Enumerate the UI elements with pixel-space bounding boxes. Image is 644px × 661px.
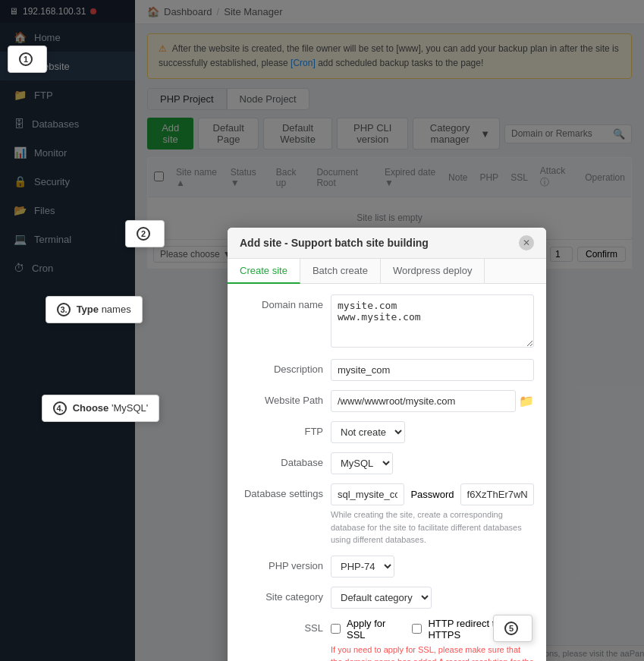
domain-name-input[interactable]: mysite.com www.mysite.com (331, 294, 534, 348)
domain-name-label: Domain name (240, 294, 323, 310)
description-row: Description (240, 359, 534, 381)
website-path-input[interactable] (331, 390, 516, 412)
php-version-control: PHP-54 PHP-56 PHP-70 PHP-71 PHP-72 PHP-7… (331, 556, 534, 578)
tab-batch-create[interactable]: Batch create (300, 259, 381, 283)
ssl-label: SSL (240, 618, 323, 634)
close-button[interactable]: ✕ (519, 235, 534, 250)
db-name-input[interactable] (331, 483, 404, 505)
tab-create-site[interactable]: Create site (228, 259, 300, 284)
callout-3: 3. Type names (46, 296, 143, 323)
ftp-label: FTP (240, 421, 323, 437)
callout-2: 2 (125, 220, 165, 247)
callout-2-number: 2 (137, 227, 150, 241)
tab-wordpress-deploy[interactable]: Wordpress deploy (381, 259, 485, 283)
db-settings-row: Database settings Password While creatin… (240, 483, 534, 546)
site-category-row: Site category Default category (240, 587, 534, 609)
db-password-input[interactable] (460, 483, 534, 505)
callout-3-number: 3. (57, 303, 71, 316)
callout-1-number: 1 (19, 52, 33, 66)
description-label: Description (240, 359, 323, 375)
apply-ssl-label: Apply for SSL (347, 618, 406, 641)
description-control (331, 359, 534, 381)
description-input[interactable] (331, 359, 534, 381)
database-select[interactable]: None MySQL (331, 452, 393, 474)
browse-path-button[interactable]: 📁 (519, 394, 534, 408)
db-settings-control: Password While creating the site, create… (331, 483, 534, 546)
website-path-label: Website Path (240, 390, 323, 406)
database-row: Database None MySQL (240, 452, 534, 474)
callout-3-text: names (102, 304, 131, 315)
database-control: None MySQL (331, 452, 534, 474)
apply-ssl-checkbox[interactable] (331, 624, 341, 634)
database-label: Database (240, 452, 323, 468)
modal-header: Add site - Support batch site building ✕ (228, 228, 546, 259)
db-hint: While creating the site, create a corres… (331, 508, 534, 546)
ftp-select[interactable]: Not create Create (331, 421, 405, 443)
php-version-select[interactable]: PHP-54 PHP-56 PHP-70 PHP-71 PHP-72 PHP-7… (331, 556, 394, 578)
callout-5-number: 5 (504, 622, 518, 635)
domain-name-row: Domain name mysite.com www.mysite.com (240, 294, 534, 350)
php-version-label: PHP version (240, 556, 323, 571)
ftp-row: FTP Not create Create (240, 421, 534, 443)
callout-3-bold: Type (77, 304, 99, 315)
callout-4-bold: Choose (73, 402, 109, 414)
callout-5: 5 (493, 615, 532, 642)
db-settings-label: Database settings (240, 483, 323, 499)
path-row: 📁 (331, 390, 534, 412)
modal-tabs: Create site Batch create Wordpress deplo… (228, 259, 546, 284)
http-redirect-checkbox[interactable] (412, 624, 422, 634)
site-category-label: Site category (240, 587, 323, 603)
ftp-control: Not create Create (331, 421, 534, 443)
php-version-row: PHP version PHP-54 PHP-56 PHP-70 PHP-71 … (240, 556, 534, 578)
callout-4: 4. Choose 'MySQL' (42, 395, 159, 422)
site-category-select[interactable]: Default category (331, 587, 432, 609)
callout-4-text: 'MySQL' (112, 402, 148, 414)
add-site-modal: Add site - Support batch site building ✕… (228, 228, 546, 661)
db-settings-inputs: Password (331, 483, 534, 505)
ssl-row: SSL Apply for SSL HTTP redirect to HTTPS… (240, 618, 534, 662)
callout-4-number: 4. (53, 401, 67, 415)
ssl-warning: If you need to apply for SSL, please mak… (331, 644, 534, 662)
callout-1: 1 (8, 46, 47, 73)
website-path-control: 📁 (331, 390, 534, 412)
website-path-row: Website Path 📁 (240, 390, 534, 412)
domain-name-control: mysite.com www.mysite.com (331, 294, 534, 350)
password-label: Password (410, 489, 454, 500)
site-category-control: Default category (331, 587, 534, 609)
modal-body: Domain name mysite.com www.mysite.com De… (228, 284, 546, 661)
modal-title: Add site - Support batch site building (240, 237, 429, 249)
